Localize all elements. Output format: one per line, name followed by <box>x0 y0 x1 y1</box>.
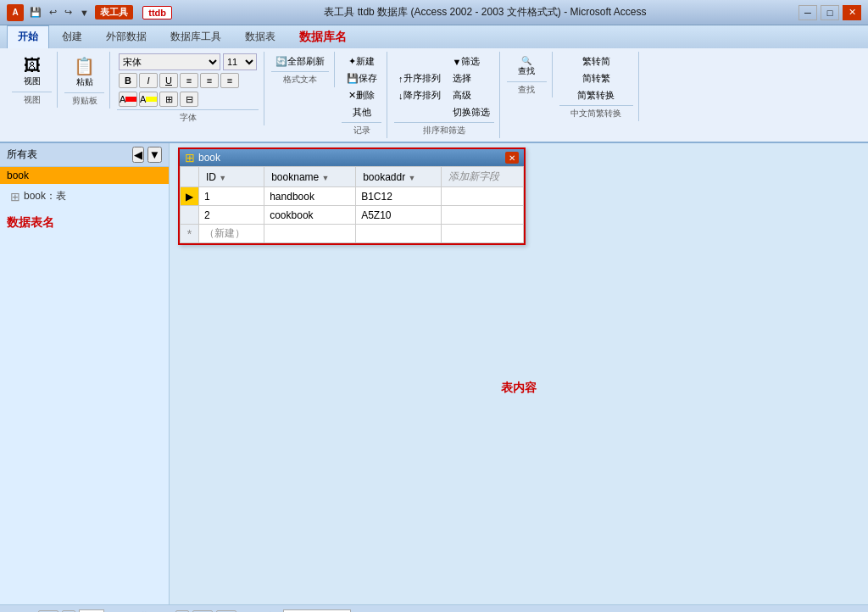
column-add-field[interactable]: 添加新字段 <box>441 167 523 187</box>
ribbon-group-view: 🖼 视图 视图 <box>7 52 58 108</box>
table-close-button[interactable]: ✕ <box>505 152 519 164</box>
sidebar-nav-dropdown[interactable]: ▼ <box>147 147 162 163</box>
tab-dbname[interactable]: 数据库名 <box>288 25 358 48</box>
filter-buttons: ▼ 筛选 选择 高级 切换筛选 <box>448 53 494 120</box>
active-tab-name: ttdb <box>142 6 172 19</box>
align-left-button[interactable]: ≡ <box>180 73 198 88</box>
new-row-extra <box>441 225 523 243</box>
sidebar-tree-item-book[interactable]: ⊞ book：表 <box>7 187 162 205</box>
simplified-to-traditional-button[interactable]: 简转繁 <box>578 70 615 86</box>
new-record-button[interactable]: ✦ 新建 <box>344 53 379 70</box>
column-bookname[interactable]: bookname ▼ <box>264 167 356 187</box>
select-button[interactable]: 选择 <box>448 70 494 86</box>
descending-button[interactable]: ↓ 降序排列 <box>394 87 445 103</box>
chinese-group-label: 中文简繁转换 <box>559 105 633 120</box>
font-color-button[interactable]: A <box>119 92 137 107</box>
ribbon-group-font: 宋体 11 B I U ≡ ≡ ≡ A A <box>112 52 264 125</box>
align-right-button[interactable]: ≡ <box>220 73 239 88</box>
ribbon-group-chinese: 繁转简 简转繁 简繁转换 中文简繁转换 <box>554 52 639 121</box>
ascending-button[interactable]: ↑ 升序排列 <box>394 70 445 86</box>
status-left: 记录： ◀◀ ◀ 第 1 项(共 2 项) ▶ ▶▶ ▶◀ 无筛选 <box>7 609 351 613</box>
font-group-label: 字体 <box>117 109 259 124</box>
new-row-bookaddr <box>356 225 441 243</box>
font-size-select[interactable]: 11 <box>223 53 257 70</box>
new-row-label[interactable]: （新建） <box>199 225 264 243</box>
current-record-input[interactable] <box>79 609 104 613</box>
refresh-button[interactable]: 🔄 全部刷新 <box>271 53 329 70</box>
font-row-2: B I U ≡ ≡ ≡ <box>119 73 239 88</box>
delete-record-button[interactable]: ✕ 删除 <box>344 87 379 103</box>
gridlines-v-button[interactable]: ⊟ <box>180 92 198 107</box>
ribbon-tabs: 开始 创建 外部数据 数据库工具 数据表 数据库名 <box>0 25 868 48</box>
toggle-filter-button[interactable]: 切换筛选 <box>448 104 494 120</box>
italic-button[interactable]: I <box>139 73 158 88</box>
align-center-button[interactable]: ≡ <box>200 73 219 88</box>
title-bar-left: A 💾 ↩ ↪ ▼ 表工具 ttdb <box>7 4 172 21</box>
bg-color-button[interactable]: A <box>139 92 158 107</box>
font-name-select[interactable]: 宋体 <box>119 53 220 70</box>
ribbon-group-find: 🔍 查找 查找 <box>502 52 553 97</box>
maximize-button[interactable]: □ <box>821 5 839 20</box>
find-button[interactable]: 🔍 查找 <box>509 53 543 80</box>
sidebar-label: 数据表名 <box>0 209 169 237</box>
minimize-button[interactable]: ─ <box>798 5 817 20</box>
table-row: 2 cookbook A5Z10 <box>181 206 524 225</box>
column-bookaddr[interactable]: bookaddr ▼ <box>356 167 441 187</box>
tab-create[interactable]: 创建 <box>51 25 93 48</box>
table-window-name: book <box>198 152 220 164</box>
format-text-content: 🔄 全部刷新 <box>271 53 329 70</box>
tab-external[interactable]: 外部数据 <box>95 25 158 48</box>
sidebar-nav-back[interactable]: ◀ <box>132 147 144 163</box>
redo-button[interactable]: ↪ <box>62 6 75 19</box>
sort-buttons: ↑ 升序排列 ↓ 降序排列 <box>394 70 445 103</box>
find-content: 🔍 查找 <box>509 53 543 80</box>
new-label: 新建 <box>356 55 375 68</box>
id-dropdown-arrow: ▼ <box>219 174 226 182</box>
row-2-bookname[interactable]: cookbook <box>264 206 356 225</box>
tab-start[interactable]: 开始 <box>7 25 49 48</box>
more-button[interactable]: 其他 <box>348 104 376 120</box>
new-row-bookname <box>264 225 356 243</box>
close-window-button[interactable]: ✕ <box>843 5 861 20</box>
gridlines-h-button[interactable]: ⊞ <box>159 92 178 107</box>
content-area: ⊞ book ✕ ID ▼ bookname ▼ bookaddr ▼ 添加新字… <box>170 143 868 604</box>
view-group-content: 🖼 视图 <box>15 53 49 90</box>
new-icon: ✦ <box>348 56 356 67</box>
advanced-button[interactable]: 高级 <box>448 87 494 103</box>
row-1-bookaddr[interactable]: B1C12 <box>356 187 441 206</box>
tab-dbtools[interactable]: 数据库工具 <box>159 25 232 48</box>
tab-datatable[interactable]: 数据表 <box>234 25 287 48</box>
search-input[interactable] <box>283 609 351 613</box>
row-selector-header <box>181 167 199 187</box>
convert-button[interactable]: 简繁转换 <box>573 87 619 103</box>
row-1-id[interactable]: 1 <box>199 187 264 206</box>
row-1-selector: ▶ <box>181 187 199 206</box>
asterisk-icon: * <box>187 227 192 241</box>
paste-icon: 📋 <box>74 56 95 76</box>
filter-button[interactable]: ▼ 筛选 <box>448 53 494 70</box>
qat-dropdown-button[interactable]: ▼ <box>77 7 92 19</box>
save-qat-button[interactable]: 💾 <box>27 6 44 19</box>
table-row: ▶ 1 handbook B1C12 <box>181 187 524 206</box>
row-2-id[interactable]: 2 <box>199 206 264 225</box>
underline-button[interactable]: U <box>159 73 178 88</box>
row-1-bookname[interactable]: handbook <box>264 187 356 206</box>
row-2-selector <box>181 206 199 225</box>
column-id[interactable]: ID ▼ <box>199 167 264 187</box>
save-record-button[interactable]: 💾 保存 <box>342 70 381 86</box>
sidebar-active-item[interactable]: book <box>0 167 169 184</box>
view-button[interactable]: 🖼 视图 <box>15 53 49 90</box>
row-2-bookaddr[interactable]: A5Z10 <box>356 206 441 225</box>
undo-button[interactable]: ↩ <box>47 6 59 19</box>
table-window: ⊞ book ✕ ID ▼ bookname ▼ bookaddr ▼ 添加新字… <box>178 147 526 245</box>
table-window-title: ⊞ book ✕ <box>180 149 524 166</box>
sidebar-nav: ◀ ▼ <box>132 147 162 163</box>
bold-button[interactable]: B <box>119 73 137 88</box>
paste-button[interactable]: 📋 粘贴 <box>68 53 102 91</box>
window-controls: ─ □ ✕ <box>798 5 861 20</box>
find-group-label: 查找 <box>507 81 547 96</box>
bookaddr-dropdown-arrow: ▼ <box>409 174 416 182</box>
traditional-to-simplified-button[interactable]: 繁转简 <box>578 53 615 70</box>
status-bar: 记录： ◀◀ ◀ 第 1 项(共 2 项) ▶ ▶▶ ▶◀ 无筛选 <box>0 604 868 612</box>
title-left: ⊞ book <box>185 151 220 164</box>
